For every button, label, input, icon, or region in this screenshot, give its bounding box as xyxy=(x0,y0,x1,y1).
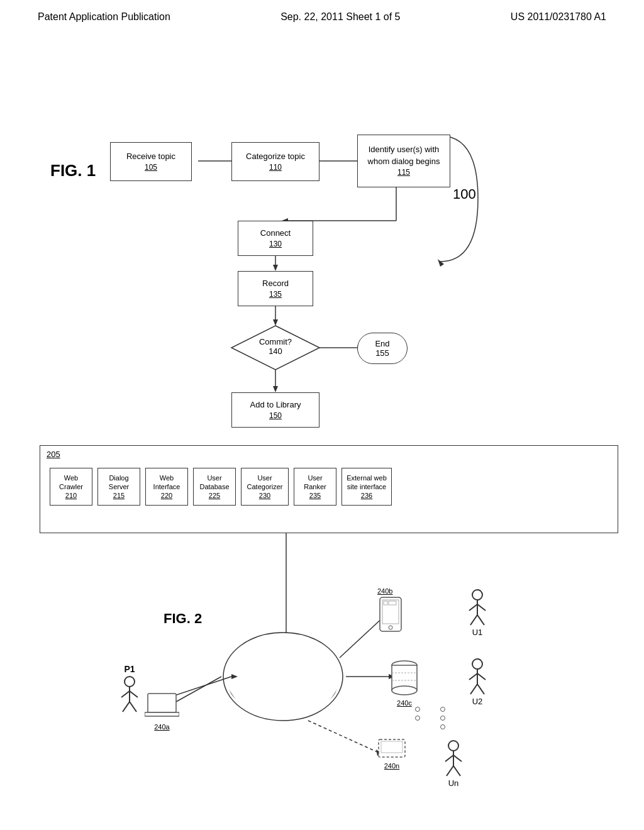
u2-figure xyxy=(464,658,491,695)
svg-point-64 xyxy=(392,686,417,695)
connect-box: Connect 130 xyxy=(238,221,313,256)
svg-rect-44 xyxy=(145,712,179,716)
svg-line-73 xyxy=(447,766,453,776)
svg-point-24 xyxy=(233,672,270,700)
svg-marker-10 xyxy=(273,319,278,326)
u2-person: U2 xyxy=(464,658,491,706)
page-header: Patent Application Publication Sep. 22, … xyxy=(0,0,644,29)
dot-d2 xyxy=(415,716,420,721)
record-box: Record 135 xyxy=(238,271,313,306)
svg-point-45 xyxy=(472,590,482,600)
svg-point-69 xyxy=(448,741,458,751)
u1-figure xyxy=(464,589,491,626)
p1-label: P1 xyxy=(124,664,135,674)
svg-marker-8 xyxy=(273,265,278,271)
components-row: Web Crawler 210 Dialog Server 215 Web In… xyxy=(50,468,392,506)
svg-marker-28 xyxy=(231,674,238,679)
svg-line-61 xyxy=(477,684,484,694)
svg-line-50 xyxy=(477,615,484,625)
svg-line-39 xyxy=(121,691,130,697)
device-240n: 240n xyxy=(377,738,406,770)
device-240a: 240a xyxy=(145,692,179,731)
u1-person: U1 xyxy=(464,589,491,637)
ref-240n: 240n xyxy=(377,762,406,770)
p1-person: P1 xyxy=(116,664,143,713)
receive-topic-box: Receive topic 105 xyxy=(110,142,192,181)
svg-point-56 xyxy=(472,659,482,669)
svg-marker-16 xyxy=(438,259,444,267)
ref-240a: 240a xyxy=(145,723,179,731)
device-240n-icon xyxy=(377,738,406,760)
comp-ext-web: External web site interface 236 xyxy=(341,468,392,506)
svg-rect-43 xyxy=(148,694,176,712)
svg-line-74 xyxy=(453,766,460,776)
svg-line-58 xyxy=(469,673,477,680)
svg-point-20 xyxy=(230,668,274,704)
fig1-label: FIG. 1 xyxy=(50,161,96,180)
comp-user-database: User Database 225 xyxy=(193,468,236,506)
categorize-topic-box: Categorize topic 110 xyxy=(231,142,319,181)
comp-dialog-server: Dialog Server 215 xyxy=(97,468,140,506)
device-240a-icon xyxy=(145,692,179,721)
u1-label: U1 xyxy=(472,628,483,637)
svg-point-19 xyxy=(223,633,343,721)
svg-point-26 xyxy=(248,680,318,708)
svg-line-47 xyxy=(469,604,477,611)
comp-web-interface: Web Interface 220 xyxy=(145,468,188,506)
svg-point-37 xyxy=(125,677,135,687)
device-240c: 240c xyxy=(389,658,420,707)
dots-u2-un xyxy=(440,707,445,729)
svg-line-40 xyxy=(130,691,138,697)
commit-label: Commit? 140 xyxy=(250,337,301,356)
svg-line-72 xyxy=(453,755,462,761)
svg-marker-18 xyxy=(284,645,289,651)
u2-label: U2 xyxy=(472,697,483,706)
fig2-label: FIG. 2 xyxy=(164,611,202,627)
un-person: Un xyxy=(440,739,467,788)
comp-user-ranker: User Ranker 235 xyxy=(294,468,336,506)
fig1-area: FIG. 1 100 Receive xyxy=(0,35,644,425)
header-date-sheet: Sep. 22, 2011 Sheet 1 of 5 xyxy=(280,11,400,23)
svg-point-22 xyxy=(245,683,321,714)
svg-line-71 xyxy=(445,755,453,761)
dot3 xyxy=(440,724,445,729)
device-240b-icon xyxy=(377,596,404,633)
add-library-box: Add to Library 150 xyxy=(231,392,319,428)
identify-users-box: Identify user(s) with whom dialog begins… xyxy=(357,135,450,187)
svg-point-21 xyxy=(292,668,336,704)
svg-rect-67 xyxy=(379,739,405,757)
svg-point-25 xyxy=(296,672,333,700)
dot1 xyxy=(440,707,445,712)
diagram-100-label: 100 xyxy=(453,186,476,202)
ref-240c: 240c xyxy=(389,699,420,707)
svg-marker-15 xyxy=(273,386,278,392)
svg-line-35 xyxy=(308,721,377,752)
dots-devices xyxy=(415,707,420,721)
dot-d1 xyxy=(415,707,420,712)
svg-rect-51 xyxy=(380,597,401,631)
svg-line-59 xyxy=(477,673,486,680)
svg-line-49 xyxy=(470,615,477,625)
svg-line-60 xyxy=(470,684,477,694)
p1-figure xyxy=(116,675,143,713)
end-oval: End 155 xyxy=(357,333,408,364)
system-ref: 205 xyxy=(47,450,60,459)
svg-point-23 xyxy=(226,636,340,717)
ref-240b: 240b xyxy=(377,587,404,595)
fig1-arrows xyxy=(0,35,644,425)
dot2 xyxy=(440,716,445,721)
header-publication: Patent Application Publication xyxy=(38,11,170,23)
device-240c-icon xyxy=(389,658,420,697)
svg-line-29 xyxy=(176,677,221,702)
un-figure xyxy=(440,739,467,777)
svg-line-41 xyxy=(123,702,130,712)
un-label: Un xyxy=(448,778,459,788)
fig2-area: 205 Web Crawler 210 Dialog Server 215 We… xyxy=(0,431,644,821)
svg-line-48 xyxy=(477,604,486,611)
header-patent-num: US 2011/0231780 A1 xyxy=(511,11,606,23)
comp-user-categorizer: User Categorizer 230 xyxy=(241,468,289,506)
comp-web-crawler: Web Crawler 210 xyxy=(50,468,92,506)
device-240b: 240b xyxy=(377,587,404,635)
svg-line-42 xyxy=(130,702,136,712)
system-box: 205 Web Crawler 210 Dialog Server 215 We… xyxy=(40,445,618,533)
